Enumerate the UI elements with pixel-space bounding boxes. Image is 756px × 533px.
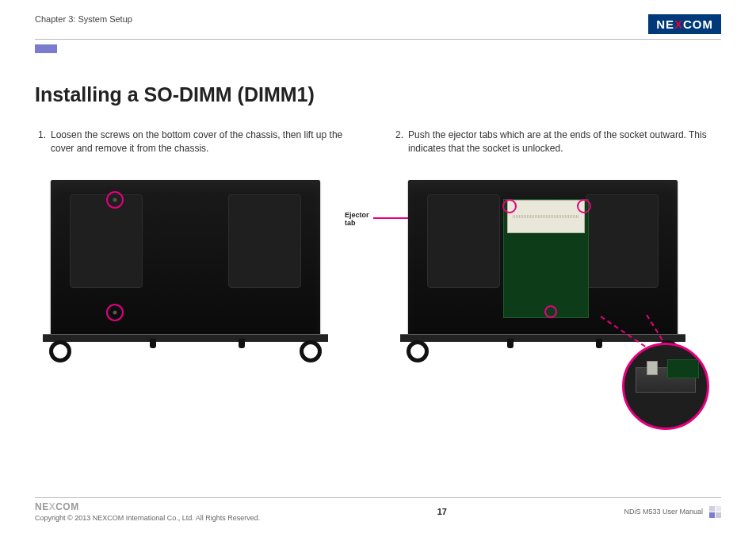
step-1-num: 1. [38,128,46,156]
cover-panel-left-2 [427,194,500,288]
brand-pre: NE [656,17,674,31]
base-plate [43,334,328,342]
mounting-foot-left [49,340,71,362]
figure-2: Ejector tab [392,180,721,339]
step-1-text: Loosen the screws on the bottom cover of… [51,128,364,156]
figure-1 [35,180,364,339]
footer-ornament-icon [709,506,721,518]
brand-logo-top: NEXCOM [648,14,721,34]
mounting-foot-left-2 [407,340,429,362]
mounting-foot-right [300,340,322,362]
peg-b-2 [596,339,602,348]
column-right: 2. Push the ejector tabs which are at th… [392,128,721,339]
ejector-tab-label: Ejector tab [345,212,369,228]
ejector-tab-marker-left [502,199,517,213]
page-footer: NEXCOM Copyright © 2013 NEXCOM Internati… [35,497,721,522]
brand-bot-pre: NE [35,501,49,512]
step-2-num: 2. [395,128,403,156]
chapter-title: Chapter 3: System Setup [35,14,132,24]
copyright-text: Copyright © 2013 NEXCOM International Co… [35,514,260,522]
brand-post: COM [683,17,713,31]
brand-logo-bottom: NEXCOM [35,501,260,512]
cover-panel-right-2 [586,194,659,288]
page-title: Installing a SO-DIMM (DIMM1) [35,83,721,106]
zoom-detail-circle [622,343,709,430]
brand-bot-post: COM [55,501,79,512]
ejector-tab-marker-right [577,199,591,213]
screw-marker-2 [106,304,124,321]
page-header: Chapter 3: System Setup NEXCOM [35,14,721,40]
base-plate-2 [400,334,685,342]
sodimm-socket [507,200,585,233]
peg-a [150,339,156,348]
step-2: 2. Push the ejector tabs which are at th… [392,128,721,156]
chassis-bottom-view [51,180,320,339]
screw-marker-1 [106,191,124,209]
zoom-detail-pcb [667,359,699,378]
chassis-open-view [408,180,678,339]
brand-bot-x: X [49,501,56,512]
peg-a-2 [507,339,514,348]
zoom-detail-clip [647,361,658,375]
step-1: 1. Loosen the screws on the bottom cover… [35,128,364,156]
page-number: 17 [437,507,447,516]
cover-panel-left [70,194,143,288]
cover-panel-right [228,194,301,288]
column-left: 1. Loosen the screws on the bottom cover… [35,128,364,339]
brand-x: X [674,17,683,31]
step-2-text: Push the ejector tabs which are at the e… [408,128,721,156]
sodimm-bay [503,199,589,318]
doc-title: NDiS M533 User Manual [624,508,703,516]
peg-b [239,339,245,348]
latch-marker [544,305,557,318]
accent-bar [35,44,57,53]
